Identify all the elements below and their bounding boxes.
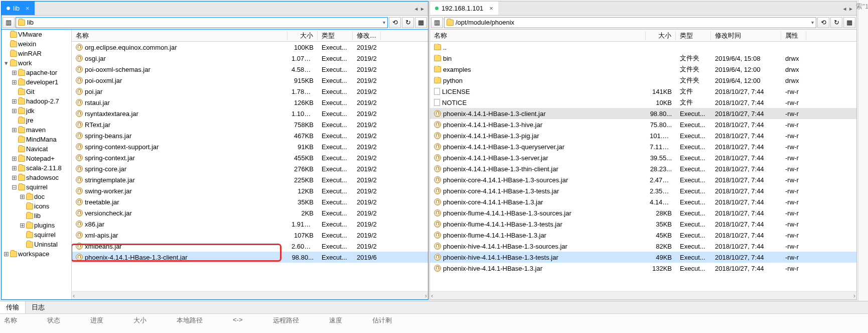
view-toggle-button[interactable]: ▥ — [431, 17, 443, 28]
tree-item[interactable]: ⊞apache-tor — [2, 68, 71, 77]
file-row[interactable]: phoenix-core-4.14.1-HBase-1.3-tests.jar2… — [430, 185, 856, 196]
file-row[interactable]: LICENSE141KB文件2018/10/27, 7:44-rw-r — [430, 86, 856, 97]
file-row[interactable]: phoenix-hive-4.14.1-HBase-1.3-tests.jar4… — [430, 252, 856, 263]
tree-item[interactable]: icons — [2, 201, 71, 211]
expand-icon[interactable]: ⊞ — [12, 164, 17, 172]
tree-item[interactable]: ⊞Notepad+ — [2, 154, 71, 163]
file-row[interactable]: phoenix-flume-4.14.1-HBase-1.3-sources.j… — [430, 207, 856, 218]
file-row[interactable]: phoenix-4.14.1-HBase-1.3-client.jar98.80… — [430, 108, 856, 119]
tab-log[interactable]: 日志 — [26, 301, 51, 313]
tree-item[interactable]: ▾work — [2, 58, 71, 68]
col-type[interactable]: 类型 — [676, 31, 711, 40]
file-row[interactable]: phoenix-hive-4.14.1-HBase-1.3.jar132KBEx… — [430, 263, 856, 274]
file-row[interactable]: swing-worker.jar12KBExecut...2019/2 — [72, 185, 428, 196]
tree-item[interactable]: ⊞hadoop-2.7 — [2, 96, 71, 106]
h-scrollbar[interactable]: ‹› — [72, 291, 428, 299]
tree-item[interactable]: weixin — [2, 39, 71, 49]
tree-item[interactable]: ⊞maven — [2, 125, 71, 135]
refresh-button[interactable]: ↻ — [830, 17, 842, 28]
file-row[interactable]: NOTICE10KB文件2018/10/27, 7:44-rw-r — [430, 97, 856, 108]
expand-icon[interactable]: ⊞ — [4, 250, 9, 258]
expand-icon[interactable]: ⊞ — [12, 107, 17, 115]
file-row[interactable]: xmlbeans.jar2.60MBExecut...2019/2 — [72, 241, 428, 252]
tree-item[interactable]: squirrel — [2, 230, 71, 240]
file-row[interactable]: spring-core.jar276KBExecut...2019/2 — [72, 163, 428, 174]
file-row[interactable]: rstaui.jar126KBExecut...2019/2 — [72, 97, 428, 108]
file-row[interactable]: poi-ooxml.jar915KBExecut...2019/2 — [72, 75, 428, 86]
tab-transfer[interactable]: 传输 — [0, 301, 26, 313]
file-row[interactable]: python文件夹2019/6/4, 12:00drwx — [430, 75, 856, 86]
tree-item[interactable]: ⊞doc — [2, 192, 71, 201]
view-toggle-button[interactable]: ▥ — [3, 17, 15, 28]
tree-item[interactable]: ⊞scala-2.11.8 — [2, 163, 71, 173]
file-row[interactable]: spring-beans.jar467KBExecut...2019/2 — [72, 130, 428, 141]
path-input[interactable] — [27, 19, 381, 26]
tree-item[interactable]: Git — [2, 87, 71, 96]
file-row[interactable]: phoenix-core-4.14.1-HBase-1.3-sources.ja… — [430, 174, 856, 185]
path-bar[interactable]: ▾ — [444, 17, 816, 28]
file-row[interactable]: examples文件夹2019/6/4, 12:00drwx — [430, 64, 856, 75]
expand-icon[interactable]: ⊞ — [20, 221, 25, 229]
file-row[interactable]: x86.jar1.91MBExecut...2019/2 — [72, 218, 428, 230]
file-row[interactable]: xml-apis.jar107KBExecut...2019/2 — [72, 230, 428, 241]
col-name[interactable]: 名称 — [72, 31, 287, 40]
tree-item[interactable]: Uninstal — [2, 240, 71, 249]
expand-icon[interactable]: ⊞ — [12, 126, 17, 134]
file-row[interactable]: phoenix-4.14.1-HBase-1.3-hive.jar75.80..… — [430, 119, 856, 130]
tree-item[interactable]: MindMana — [2, 135, 71, 144]
file-row[interactable]: stringtemplate.jar225KBExecut...2019/2 — [72, 174, 428, 185]
tree-item[interactable]: winRAR — [2, 49, 71, 58]
col-type[interactable]: 类型 — [318, 31, 353, 40]
tree-item[interactable]: VMware — [2, 30, 71, 39]
expand-icon[interactable]: ⊞ — [12, 174, 17, 181]
dropdown-icon[interactable]: ▾ — [811, 20, 814, 25]
left-tab[interactable]: lib × — [2, 2, 35, 15]
col-date[interactable]: 修改时间 — [711, 31, 781, 40]
expand-icon[interactable]: ⊟ — [12, 183, 17, 191]
file-row[interactable]: versioncheck.jar2KBExecut...2019/2 — [72, 207, 428, 218]
file-row[interactable]: phoenix-4.14.1-HBase-1.3-thin-client.jar… — [430, 163, 856, 174]
file-row[interactable]: spring-context.jar455KBExecut...2019/2 — [72, 152, 428, 163]
layout-button[interactable]: ▦ — [843, 17, 855, 28]
file-row[interactable]: phoenix-4.14.1-HBase-1.3-pig.jar101.93..… — [430, 130, 856, 141]
file-row[interactable]: .. — [430, 42, 856, 53]
refresh-button[interactable]: ↻ — [402, 17, 414, 28]
expand-icon[interactable]: ⊞ — [20, 193, 25, 200]
expand-icon[interactable]: ▾ — [4, 59, 9, 67]
tree-item[interactable]: ⊞developer1 — [2, 77, 71, 87]
tree-item[interactable]: jre — [2, 116, 71, 125]
tree-item[interactable]: ⊞plugins — [2, 220, 71, 230]
col-name[interactable]: 名称 — [430, 31, 646, 40]
expand-icon[interactable]: ⊞ — [12, 69, 17, 76]
file-row[interactable]: treetable.jar35KBExecut...2019/2 — [72, 196, 428, 207]
path-bar[interactable]: ▾ — [16, 17, 388, 28]
file-row[interactable]: bin文件夹2019/6/4, 15:08drwx — [430, 53, 856, 64]
tab-nav[interactable]: ◄ ► — [839, 5, 856, 12]
tree-item[interactable]: ⊞jdk — [2, 106, 71, 116]
file-rows[interactable]: org.eclipse.equinox.common.jar100KBExecu… — [72, 42, 428, 291]
col-size[interactable]: 大小 — [287, 31, 318, 40]
file-row[interactable]: rsyntaxtextarea.jar1.10MBExecut...2019/2 — [72, 108, 428, 119]
file-row[interactable]: phoenix-4.14.1-HBase-1.3-server.jar39.55… — [430, 152, 856, 163]
expand-icon[interactable]: ⊞ — [12, 97, 17, 105]
file-row[interactable]: org.eclipse.equinox.common.jar100KBExecu… — [72, 42, 428, 53]
tree-item[interactable]: Navicat — [2, 144, 71, 154]
file-row[interactable]: phoenix-4.14.1-HBase-1.3-queryserver.jar… — [430, 141, 856, 152]
file-row[interactable]: phoenix-flume-4.14.1-HBase-1.3-tests.jar… — [430, 218, 856, 230]
expand-icon[interactable]: ⊞ — [12, 155, 17, 162]
tree-item[interactable]: ⊞workspace — [2, 249, 71, 259]
file-row[interactable]: spring-context-support.jar91KBExecut...2… — [72, 141, 428, 152]
layout-button[interactable]: ▦ — [415, 17, 427, 28]
dropdown-icon[interactable]: ▾ — [383, 20, 385, 25]
expand-icon[interactable]: ⊞ — [12, 78, 17, 86]
folder-tree[interactable]: VMwareweixinwinRAR▾work⊞apache-tor⊞devel… — [2, 30, 72, 299]
path-input[interactable] — [456, 19, 809, 26]
file-row[interactable]: phoenix-core-4.14.1-HBase-1.3.jar4.14MBE… — [430, 196, 856, 207]
history-button[interactable]: ⟲ — [389, 17, 401, 28]
tree-item[interactable]: lib — [2, 211, 71, 220]
history-button[interactable]: ⟲ — [817, 17, 829, 28]
file-row[interactable]: poi.jar1.78MBExecut...2019/2 — [72, 86, 428, 97]
file-row[interactable]: phoenix-hive-4.14.1-HBase-1.3-sources.ja… — [430, 241, 856, 252]
right-tab[interactable]: 192.168.1.101 × — [430, 2, 498, 15]
file-rows[interactable]: ..bin文件夹2019/6/4, 15:08drwxexamples文件夹20… — [430, 42, 856, 291]
